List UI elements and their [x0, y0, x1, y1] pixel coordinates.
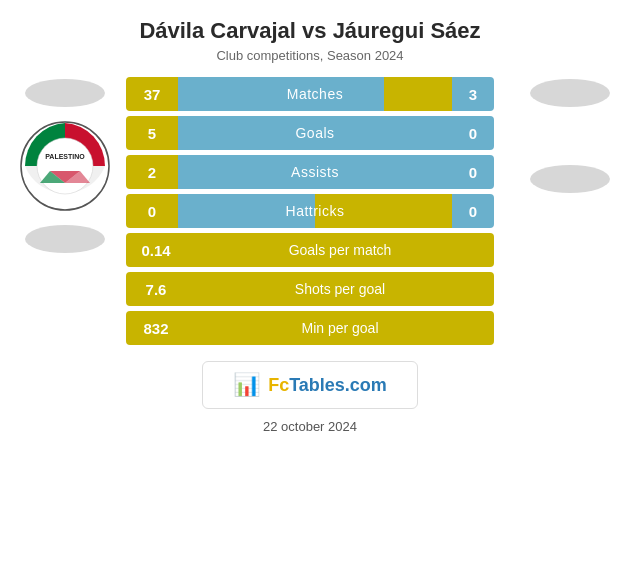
stat-row: 0 Hattricks 0: [126, 194, 494, 228]
stat-left-value-solo: 0.14: [126, 233, 186, 267]
stat-row-solo: 0.14 Goals per match: [126, 233, 494, 267]
right-side: [500, 77, 610, 193]
svg-point-1: [37, 138, 93, 194]
svg-text:PALESTINO: PALESTINO: [45, 153, 85, 160]
stat-left-value: 5: [126, 116, 178, 150]
stat-left-value-solo: 832: [126, 311, 186, 345]
stat-label-bar: Matches: [178, 77, 452, 111]
stat-label-bar-solo: Min per goal: [186, 311, 494, 345]
stat-left-value-solo: 7.6: [126, 272, 186, 306]
stat-row-solo: 832 Min per goal: [126, 311, 494, 345]
stat-left-value: 0: [126, 194, 178, 228]
page-title: Dávila Carvajal vs Jáuregui Sáez: [139, 18, 480, 44]
club-logo: PALESTINO: [20, 121, 110, 211]
stat-label-bar-solo: Shots per goal: [186, 272, 494, 306]
stat-right-value: 0: [452, 116, 494, 150]
stat-label-solo: Shots per goal: [295, 281, 385, 297]
fctables-logo-text: FcTables.com: [268, 375, 387, 396]
stat-label-solo: Min per goal: [301, 320, 378, 336]
stat-left-value: 2: [126, 155, 178, 189]
stat-right-value: 0: [452, 194, 494, 228]
stat-right-value: 3: [452, 77, 494, 111]
date-text: 22 october 2024: [263, 419, 357, 434]
page-subtitle: Club competitions, Season 2024: [216, 48, 403, 63]
right-blob-top: [530, 79, 610, 107]
stat-label: Matches: [287, 86, 343, 102]
fctables-banner[interactable]: 📊 FcTables.com: [202, 361, 418, 409]
right-blob-bottom: [530, 165, 610, 193]
main-area: PALESTINO 37 Matches 3: [0, 77, 620, 345]
stat-label-bar: Hattricks: [178, 194, 452, 228]
stat-label-bar-solo: Goals per match: [186, 233, 494, 267]
stat-left-value: 37: [126, 77, 178, 111]
page-container: Dávila Carvajal vs Jáuregui Sáez Club co…: [0, 0, 620, 580]
stat-row-solo: 7.6 Shots per goal: [126, 272, 494, 306]
stat-label: Goals: [295, 125, 334, 141]
stat-right-value: 0: [452, 155, 494, 189]
stat-label: Hattricks: [286, 203, 345, 219]
stats-area: 37 Matches 3 5 Goals 0 2 Assists: [126, 77, 494, 345]
left-blob-bottom: [25, 225, 105, 253]
stat-label: Assists: [291, 164, 339, 180]
stat-row: 37 Matches 3: [126, 77, 494, 111]
stat-label-bar: Assists: [178, 155, 452, 189]
stat-label-solo: Goals per match: [289, 242, 392, 258]
left-side: PALESTINO: [10, 77, 120, 253]
left-blob-top: [25, 79, 105, 107]
stat-row: 5 Goals 0: [126, 116, 494, 150]
stat-fill: [178, 77, 384, 111]
fctables-icon: 📊: [233, 372, 260, 398]
stat-label-bar: Goals: [178, 116, 452, 150]
stat-row: 2 Assists 0: [126, 155, 494, 189]
